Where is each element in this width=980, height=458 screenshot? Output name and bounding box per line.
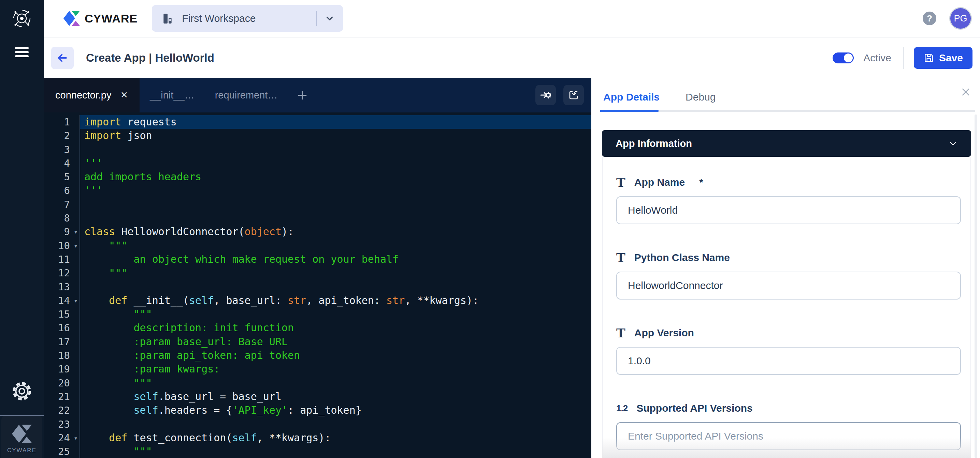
app-name-input[interactable] [616,196,961,224]
brand-logo[interactable]: CYWARE [64,11,137,26]
code-text: an object which make request on your beh… [80,252,591,266]
text-type-icon: T [616,175,625,189]
gutter: 25 [44,445,80,458]
fold-spacer [72,404,80,417]
active-toggle[interactable] [833,52,854,63]
code-token: 'API_key' [232,404,288,416]
gutter: 7 [44,198,80,211]
text-type-icon: T [616,326,625,340]
gutter: 24▾ [44,431,80,445]
chevron-down-icon [947,138,959,149]
code-token: :param kwargs: [84,363,220,375]
cyware-mark-icon [2,425,42,444]
tab-debug[interactable]: Debug [686,91,716,103]
code-token: test_connection( [127,432,232,444]
fold-spacer [72,115,80,129]
add-tab-button[interactable]: + [288,78,317,113]
fold-arrow-icon[interactable]: ▾ [72,239,80,252]
close-tab-icon[interactable]: ✕ [120,90,128,100]
code-token: , api_token: [306,295,386,306]
fold-spacer [72,266,80,280]
workspace-selector[interactable]: First Workspace [152,5,343,32]
app-information-title: App Information [616,138,692,149]
line-number: 5 [44,170,72,184]
toggle-knob [844,54,853,62]
code-line: 15 """ [44,307,591,321]
code-line: 16 description: init function [44,321,591,334]
code-line: 10▾ """ [44,239,591,252]
back-button[interactable] [51,47,74,69]
editor-tab-label: __init__… [150,90,194,101]
help-icon[interactable]: ? [923,11,936,25]
code-token: """ [84,377,152,389]
user-avatar[interactable]: PG [949,7,972,30]
code-text: ''' [80,184,591,197]
import-code-button[interactable] [563,85,584,105]
form-field: TPython Class Name [616,250,961,300]
code-text: import requests [80,115,591,129]
fold-spacer [72,362,80,376]
code-token: :param base_url: Base URL [84,336,288,348]
close-panel-icon[interactable] [959,86,972,100]
panel-scrollbar[interactable] [975,114,977,458]
cyware-logo-icon [64,11,80,26]
fold-spacer [72,143,80,157]
code-text: self.base_url = base_url [80,390,591,404]
app-version-input[interactable] [616,347,961,375]
code-lines[interactable]: 1import requests2import json34'''5add im… [44,113,591,458]
field-label: Supported API Versions [636,403,753,414]
code-text: description: init function [80,321,591,334]
tab-app-details[interactable]: App Details [603,91,660,103]
menu-icon[interactable] [15,47,29,57]
line-number: 22 [44,404,72,417]
field-label-row: TPython Class Name [616,250,961,265]
editor-actions [535,78,591,113]
line-number: 19 [44,362,72,376]
field-label: App Name [634,176,685,188]
code-token: object [245,226,282,238]
code-line: 5add imports headers [44,170,591,184]
code-token [84,295,109,306]
code-token: add imports headers [84,171,201,183]
field-label-row: TApp Name* [616,175,961,189]
line-number: 16 [44,321,72,334]
line-number: 4 [44,157,72,170]
code-line: 21 self.base_url = base_url [44,390,591,404]
line-number: 12 [44,266,72,280]
code-text [80,417,591,431]
app-information-header[interactable]: App Information [602,130,971,157]
line-number: 14 [44,294,72,307]
code-token: def [109,432,127,444]
code-token: class [84,226,115,238]
gutter: 19 [44,362,80,376]
fold-arrow-icon[interactable]: ▾ [72,294,80,307]
editor-tab[interactable]: connector.py✕ [44,78,140,113]
fold-spacer [72,280,80,294]
editor-tab[interactable]: __init__… [140,78,205,113]
settings-gear-icon[interactable] [11,380,33,402]
line-number: 23 [44,417,72,431]
python-class-name-input[interactable] [616,272,961,300]
gutter: 8 [44,211,80,225]
fold-spacer [72,376,80,390]
line-number: 21 [44,390,72,404]
code-token: def [109,295,127,306]
brand-name: CYWARE [84,12,137,25]
code-line: 24▾ def test_connection(self, **kwargs): [44,431,591,445]
fold-arrow-icon[interactable]: ▾ [72,431,80,445]
gutter: 10▾ [44,239,80,252]
product-logo-icon[interactable] [11,8,33,29]
line-number: 2 [44,129,72,143]
code-token: json [121,130,152,141]
gutter: 17 [44,335,80,349]
fold-arrow-icon[interactable]: ▾ [72,225,80,239]
save-button[interactable]: Save [914,47,972,69]
code-line: 11 an object which make request on your … [44,252,591,266]
run-test-button[interactable] [535,85,556,105]
editor-tab[interactable]: requirement… [205,78,288,113]
code-line: 4''' [44,157,591,170]
code-line: 19 :param kwargs: [44,362,591,376]
supported-api-versions-input[interactable] [616,422,961,450]
form-field: TApp Version [616,326,961,375]
chevron-down-icon[interactable] [325,13,335,24]
